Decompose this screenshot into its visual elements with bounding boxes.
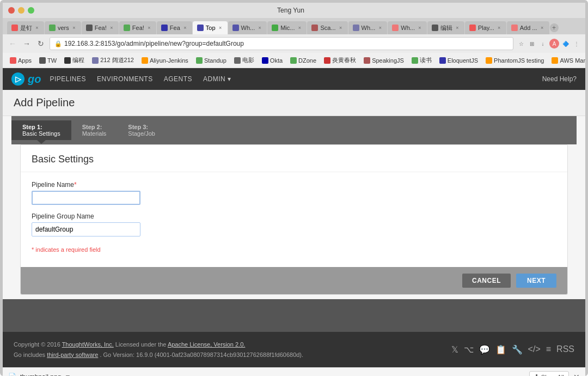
cancel-button[interactable]: CANCEL	[462, 274, 511, 288]
buttons-bar: CANCEL NEXT	[21, 267, 567, 294]
bookmark-aliyun[interactable]: Aliyun-Jenkins	[139, 56, 191, 65]
tab-8[interactable]: Sca... ×	[307, 21, 347, 34]
bookmark-yanhuang[interactable]: 炎黄春秋	[321, 55, 359, 65]
bookmark-star-icon[interactable]: ☆	[517, 39, 525, 48]
code-icon[interactable]: </>	[528, 344, 541, 355]
bookmark-bianchen[interactable]: 编程	[62, 55, 87, 65]
tab-close-6[interactable]: ×	[257, 25, 262, 31]
download-close-button[interactable]: ✕	[573, 373, 580, 376]
bookmark-okta-label: Okta	[270, 57, 283, 64]
bookmark-eloquent[interactable]: EloquentJS	[437, 56, 481, 65]
refresh-button[interactable]: ↻	[35, 38, 46, 49]
bookmark-212[interactable]: 212 阔道212	[89, 55, 137, 65]
tab-close-3[interactable]: ×	[146, 25, 152, 31]
github-icon[interactable]: ⌥	[464, 344, 474, 355]
eloquent-bookmark-icon	[439, 57, 446, 64]
tab-5[interactable]: Top ×	[193, 21, 228, 34]
account-icon[interactable]: A	[549, 39, 559, 48]
tab-9[interactable]: Wh... ×	[348, 21, 388, 34]
nav-environments[interactable]: ENVIRONMENTS	[97, 75, 153, 83]
tab-close-9[interactable]: ×	[377, 25, 383, 31]
tab-close-0[interactable]: ×	[34, 25, 40, 31]
bookmark-apps[interactable]: Apps	[7, 56, 34, 65]
footer-third-party-link[interactable]: third-party software	[47, 351, 98, 358]
tab-3[interactable]: Fea! ×	[119, 21, 156, 34]
footer-icons: 𝕏 ⌥ 💬 📋 🔧 </> ≡ RSS	[451, 344, 574, 355]
show-all-button[interactable]: ⬇ Show All	[529, 371, 569, 376]
bookmark-speakingjs[interactable]: SpeakingJS	[361, 56, 407, 65]
tab-4[interactable]: Fea ×	[157, 21, 192, 34]
gocd-logo-text: go	[28, 73, 41, 86]
tab-close-10[interactable]: ×	[417, 25, 422, 31]
downloads-icon[interactable]: ↓	[538, 39, 547, 48]
bookmark-dushu[interactable]: 读书	[409, 55, 434, 65]
tools-icon[interactable]: 🔧	[512, 344, 523, 355]
maximize-button[interactable]	[28, 7, 34, 14]
footer-company-link[interactable]: ThoughtWorks, Inc.	[62, 341, 114, 348]
bookmark-dzone[interactable]: DZone	[287, 56, 319, 65]
footer-license-link[interactable]: Apache License, Version 2.0.	[168, 341, 245, 348]
tab-13[interactable]: Add ... ×	[507, 21, 549, 34]
chat-icon[interactable]: 💬	[479, 344, 490, 355]
window-title: Teng Yun	[277, 7, 304, 14]
bookmark-okta[interactable]: Okta	[259, 56, 285, 65]
footer-left: Copyright © 2016 ThoughtWorks, Inc. Lice…	[14, 339, 303, 360]
tab-2[interactable]: Fea! ×	[82, 21, 119, 34]
menu-icon[interactable]: ⋮	[572, 39, 581, 48]
bookmark-aws[interactable]: AWS Management C...	[549, 56, 585, 65]
tab-close-8[interactable]: ×	[338, 25, 344, 31]
twitter-icon[interactable]: 𝕏	[451, 344, 458, 355]
tab-icon-0	[11, 25, 18, 31]
tab-close-11[interactable]: ×	[455, 25, 460, 31]
tab-close-2[interactable]: ×	[109, 25, 114, 31]
tab-close-7[interactable]: ×	[297, 25, 302, 31]
bookmark-phantomjs[interactable]: PhantomJS testing	[483, 56, 547, 65]
nav-pipelines[interactable]: PIPELINES	[50, 75, 86, 83]
tab-11[interactable]: 编辑 ×	[427, 21, 464, 34]
address-icons: ☆ ⊞ ↓ A 🔷 ⋮	[517, 39, 581, 48]
bookmark-standup[interactable]: Standup	[193, 56, 229, 65]
minimize-button[interactable]	[18, 7, 24, 14]
tab-close-12[interactable]: ×	[497, 25, 502, 31]
nav-admin[interactable]: ADMIN ▾	[203, 75, 231, 83]
footer-version: . Go Version: 16.9.0 (4001-0af23a0807898…	[100, 351, 303, 358]
tab-close-5[interactable]: ×	[218, 25, 223, 31]
pipeline-group-input[interactable]	[32, 222, 140, 236]
tab-1[interactable]: vers ×	[45, 21, 81, 34]
tab-12[interactable]: Play... ×	[465, 21, 506, 34]
pipeline-name-input[interactable]	[32, 191, 140, 205]
tab-label-5: Top	[206, 25, 216, 31]
tab-10[interactable]: Wh... ×	[388, 21, 427, 34]
tab-6[interactable]: Wh... ×	[228, 21, 267, 34]
list-icon[interactable]: ≡	[546, 344, 551, 355]
tab-label-4: Fea	[170, 25, 180, 31]
tab-close-4[interactable]: ×	[182, 25, 188, 31]
reader-icon[interactable]: ⊞	[528, 39, 536, 48]
dzone-bookmark-icon	[290, 57, 297, 64]
back-button[interactable]: ←	[7, 38, 18, 49]
tab-close-13[interactable]: ×	[540, 25, 545, 31]
download-expand-button[interactable]: ▼	[64, 373, 71, 376]
pipeline-group-label: Pipeline Group Name	[32, 213, 556, 220]
url-bar[interactable]: 🔒 192.168.3.2:8153/go/admin/pipeline/new…	[50, 37, 513, 50]
bookmark-tw[interactable]: TW	[36, 56, 59, 65]
forward-button[interactable]: →	[21, 38, 32, 49]
tab-label-0: 是钉	[20, 24, 32, 32]
docs-icon[interactable]: 📋	[495, 344, 506, 355]
extensions-icon[interactable]: 🔷	[561, 39, 570, 48]
tab-close-1[interactable]: ×	[71, 25, 77, 31]
apps-bookmark-icon	[10, 57, 16, 64]
nav-agents[interactable]: AGENTS	[164, 75, 192, 83]
bookmark-aliyun-label: Aliyun-Jenkins	[150, 57, 188, 64]
next-button[interactable]: NEXT	[516, 274, 556, 288]
footer-copyright: Copyright © 2016	[14, 341, 60, 348]
tab-7[interactable]: Mic... ×	[267, 21, 307, 34]
tab-0[interactable]: 是钉 ×	[7, 21, 44, 34]
close-button[interactable]	[8, 7, 15, 14]
okta-bookmark-icon	[262, 57, 268, 64]
rss-icon[interactable]: RSS	[556, 344, 574, 355]
tab-icon-7	[272, 25, 278, 31]
new-tab-button[interactable]: +	[550, 23, 559, 32]
nav-help[interactable]: Need Help?	[542, 75, 577, 83]
bookmark-dianying[interactable]: 电影	[231, 55, 257, 65]
